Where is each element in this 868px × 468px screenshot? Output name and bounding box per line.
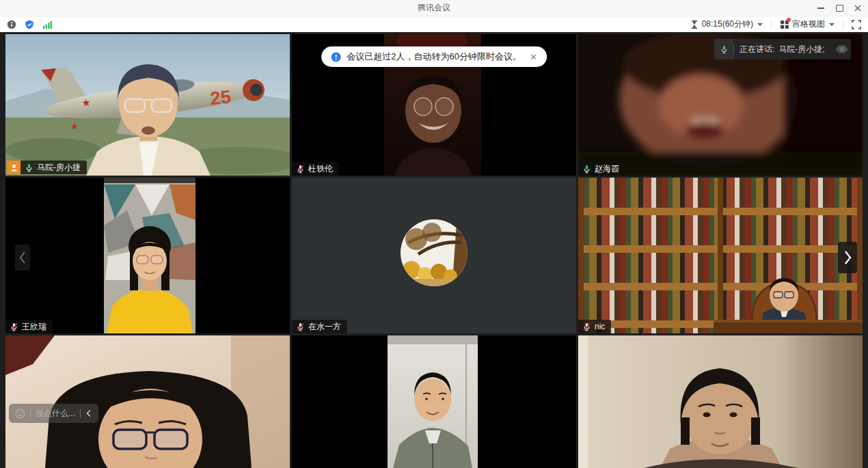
chevron-down-icon <box>757 23 763 26</box>
speaking-indicator: 正在讲话: 马院-房小捷; <box>714 39 851 59</box>
chevron-left-icon <box>18 251 27 264</box>
video-tile-7[interactable]: 说点什么... <box>5 335 290 468</box>
divider <box>843 20 843 29</box>
video-tile-9[interactable] <box>578 335 863 468</box>
chevron-right-icon <box>843 249 852 266</box>
participant-name: 赵海霞 <box>595 163 619 175</box>
notification-banner: 会议已超过2人，自动转为60分钟限时会议。 ✕ <box>321 46 547 67</box>
meeting-timer: 08:15(60分钟) <box>702 18 753 30</box>
grid-view-icon <box>780 20 789 29</box>
meeting-toolbar: 08:15(60分钟) 宫格视图 <box>0 16 868 33</box>
video-grid: 25 ★ ★ 马院-房小捷 <box>0 32 868 468</box>
video-feed-yellow-sweater <box>5 178 290 333</box>
chevron-down-icon <box>829 23 835 26</box>
participant-label: nic <box>578 320 611 333</box>
previous-page-button[interactable] <box>15 245 30 271</box>
view-mode-button[interactable]: 宫格视图 <box>780 18 835 30</box>
maximize-icon <box>836 5 843 12</box>
divider <box>80 409 81 418</box>
video-tile-5[interactable]: 在水一方 <box>292 178 576 333</box>
video-feed-person-at-desk <box>578 178 863 333</box>
mic-muted-icon <box>10 322 18 331</box>
participant-label: 在水一方 <box>292 320 347 333</box>
video-feed-white-wall-portrait <box>292 335 576 468</box>
participant-label: 马院-房小捷 <box>7 161 87 174</box>
participant-name: 杜轶伦 <box>308 163 333 175</box>
avatar-autumn-trees <box>292 178 576 333</box>
close-icon <box>854 5 861 12</box>
video-feed-closeup-glasses <box>5 335 290 468</box>
info-icon <box>331 52 341 62</box>
speaking-names: 马院-房小捷; <box>778 44 824 55</box>
chat-quick-bar: 说点什么... <box>9 404 98 423</box>
minimize-icon <box>817 8 824 9</box>
notification-text: 会议已超过2人，自动转为60分钟限时会议。 <box>347 51 521 63</box>
next-page-button[interactable] <box>838 242 857 273</box>
window-controls <box>815 0 864 16</box>
window-title: 腾讯会议 <box>418 2 450 14</box>
titlebar: 腾讯会议 <box>0 0 868 16</box>
chevron-left-icon <box>85 409 92 417</box>
mic-on-icon <box>582 165 591 174</box>
participant-name: nic <box>595 322 605 331</box>
minimize-button[interactable] <box>815 2 827 14</box>
svg-text:★: ★ <box>81 96 92 109</box>
participant-label: 杜轶伦 <box>292 162 339 176</box>
hourglass-icon <box>690 20 699 29</box>
speaking-prefix: 正在讲话: <box>740 44 774 55</box>
watermark-logo-icon <box>837 46 847 53</box>
video-feed-beige-wall-portrait <box>578 335 863 468</box>
mic-active-icon <box>714 39 733 59</box>
divider <box>771 20 772 29</box>
participant-label: 王欣瑞 <box>5 320 53 333</box>
video-tile-1[interactable]: 25 ★ ★ 马院-房小捷 <box>5 34 290 176</box>
participant-name: 马院-房小捷 <box>37 162 81 174</box>
alert-dot <box>787 18 791 22</box>
close-button[interactable] <box>852 2 864 14</box>
emoji-button[interactable] <box>15 409 25 419</box>
notification-close-button[interactable]: ✕ <box>530 53 537 61</box>
maximize-button[interactable] <box>833 2 845 14</box>
host-badge-icon <box>7 161 21 174</box>
video-feed-airplane-background: 25 ★ ★ <box>5 34 290 176</box>
participant-label: 赵海霞 <box>578 162 625 176</box>
svg-text:★: ★ <box>70 121 79 132</box>
participant-name: 王欣瑞 <box>22 321 46 333</box>
video-grid-area: 25 ★ ★ 马院-房小捷 <box>0 32 868 468</box>
participant-name: 在水一方 <box>308 321 341 333</box>
network-signal-icon[interactable] <box>42 20 52 29</box>
mic-on-icon <box>25 163 33 172</box>
meeting-info-icon[interactable] <box>7 20 16 29</box>
mic-muted-icon <box>296 165 305 174</box>
chat-input[interactable]: 说点什么... <box>36 408 75 419</box>
collapse-chat-button[interactable] <box>85 409 92 417</box>
video-tile-8[interactable] <box>292 335 576 468</box>
video-tile-4[interactable]: 王欣瑞 <box>5 178 290 333</box>
mic-muted-icon <box>296 322 305 331</box>
video-tile-6[interactable]: nic <box>578 178 863 333</box>
fullscreen-button[interactable] <box>852 20 861 29</box>
svg-text:25: 25 <box>209 87 232 109</box>
security-shield-icon[interactable] <box>25 20 34 29</box>
meeting-timer-dropdown[interactable]: 08:15(60分钟) <box>690 18 763 30</box>
divider <box>30 409 31 418</box>
view-mode-label: 宫格视图 <box>792 18 825 30</box>
mic-muted-icon <box>582 322 591 331</box>
